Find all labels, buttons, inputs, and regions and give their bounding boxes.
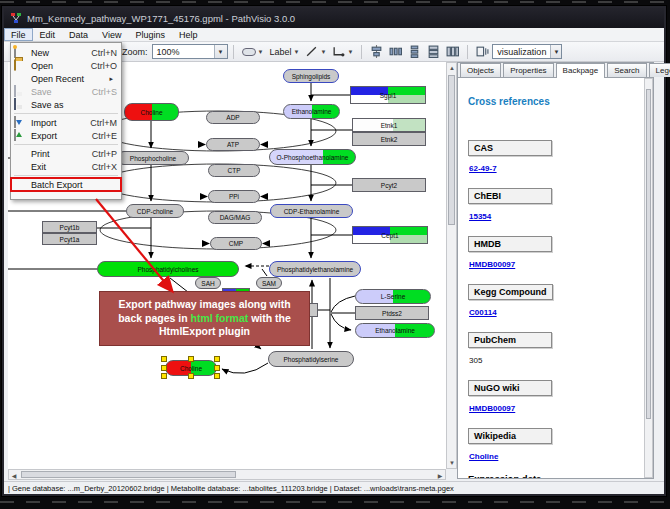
menu-item-label: Open [31, 61, 87, 71]
status-bar: | Gene database: ...m_Derby_20120602.bri… [4, 481, 664, 494]
crossref-link-hmdb00097[interactable]: HMDB00097 [469, 260, 644, 269]
pathway-node-pcyt1b[interactable]: Pcyt1b [42, 221, 97, 233]
selection-handle[interactable] [161, 365, 167, 371]
stack-vertical-button[interactable] [424, 44, 443, 59]
selection-handle[interactable] [188, 373, 194, 379]
menu-help[interactable]: Help [172, 28, 205, 41]
visualization-combobox[interactable]: visualization ▼ [492, 44, 562, 59]
selection-handle[interactable] [214, 365, 220, 371]
distribute-horizontal-button[interactable] [386, 44, 405, 59]
pathway-node-cdp-choline[interactable]: CDP-choline [126, 204, 184, 218]
pathway-node-ppi[interactable]: PPi [208, 190, 260, 203]
pathway-node-atp[interactable]: ATP [206, 138, 260, 151]
tab-search[interactable]: Search [607, 63, 646, 77]
chevron-down-icon[interactable]: ▼ [550, 45, 561, 58]
distribute-vertical-button[interactable] [405, 44, 424, 59]
canvas-vertical-scrollbar[interactable]: ▲ ▼ [446, 62, 457, 469]
panel-vertical-scrollbar[interactable] [644, 78, 653, 478]
selection-handle[interactable] [161, 356, 167, 362]
file-menu-item-save-as[interactable]: Save as [11, 98, 121, 111]
chevron-down-icon: ▼ [258, 49, 264, 55]
pathway-node-ethanolamine[interactable]: Ethanolamine [355, 323, 435, 338]
scrollbar-thumb[interactable] [646, 89, 651, 419]
visualization-options-button[interactable] [473, 44, 492, 59]
pathway-node-etnk2[interactable]: Etnk2 [352, 132, 426, 146]
crossref-link-62-49-7[interactable]: 62-49-7 [469, 164, 644, 173]
file-menu-item-exit[interactable]: ExitCtrl+X [11, 160, 121, 173]
crossref-value: 305 [469, 356, 644, 365]
file-menu-item-import[interactable]: ImportCtrl+M [11, 116, 121, 129]
menu-separator [14, 113, 118, 114]
pathway-node-adp[interactable]: ADP [206, 111, 260, 124]
tab-backpage[interactable]: Backpage [556, 63, 606, 78]
pathway-node-sam[interactable]: SAM [256, 277, 282, 289]
file-menu-item-new[interactable]: NewCtrl+N [11, 46, 121, 59]
pathway-node-phosphatidylethanolamine[interactable]: Phosphatidylethanolamine [269, 261, 361, 277]
tab-properties[interactable]: Properties [503, 63, 553, 77]
selection-handle[interactable] [214, 356, 220, 362]
file-menu-item-open-recent[interactable]: Open Recent▸ [11, 72, 121, 85]
export-icon [14, 130, 27, 142]
chevron-down-icon[interactable]: ▼ [214, 45, 227, 58]
pathway-node-dag-mag[interactable]: DAG/MAG [208, 211, 262, 224]
menu-data[interactable]: Data [62, 28, 95, 41]
menu-item-shortcut: Ctrl+X [92, 162, 117, 172]
scroll-down-icon[interactable]: ▼ [447, 458, 457, 468]
scrollbar-thumb[interactable] [21, 471, 236, 478]
align-center-button[interactable] [367, 44, 386, 59]
pathway-node-sphingolipids[interactable]: Sphingolipids [283, 69, 339, 83]
pathway-node-o-phosphoethanolamine[interactable]: O-Phosphoethanolamine [269, 149, 356, 165]
title-bar[interactable]: Mm_Kennedy_pathway_WP1771_45176.gpml - P… [4, 8, 664, 28]
pathway-node-sah[interactable]: SAH [195, 277, 221, 289]
pathway-node-l-serine[interactable]: L-Serine [355, 289, 431, 304]
scrollbar-thumb[interactable] [448, 75, 455, 225]
save-as-icon [14, 99, 27, 111]
crossref-link-c00114[interactable]: C00114 [469, 308, 644, 317]
menu-plugins[interactable]: Plugins [128, 28, 172, 41]
file-menu-item-export[interactable]: ExportCtrl+E [11, 129, 121, 142]
selection-handle[interactable] [188, 356, 194, 362]
tab-objects[interactable]: Objects [460, 63, 501, 77]
scroll-right-icon[interactable]: ▶ [435, 470, 445, 480]
pathway-node-phosphatidylcholines[interactable]: Phosphatidylcholines [97, 261, 239, 277]
selection-handle[interactable] [161, 373, 167, 379]
pathway-node-cdp-ethanolamine[interactable]: CDP-Ethanolamine [270, 204, 353, 218]
visualization-icon [476, 45, 489, 58]
crossref-link-hmdb00097[interactable]: HMDB00097 [469, 404, 644, 413]
crossref-link-15354[interactable]: 15354 [469, 212, 644, 221]
selection-handle[interactable] [214, 373, 220, 379]
backpage-section-nugo-wiki: NuGO wikiHMDB00097 [468, 377, 644, 413]
pathway-node-etnk1[interactable]: Etnk1 [352, 118, 426, 132]
pathway-node-pcyt1a[interactable]: Pcyt1a [42, 233, 97, 245]
file-menu-item-print[interactable]: PrintCtrl+P [11, 147, 121, 160]
pathway-node-ctp[interactable]: CTP [208, 164, 260, 177]
file-menu-item-batch-export[interactable]: Batch Export [11, 178, 121, 191]
menu-view[interactable]: View [95, 28, 128, 41]
pathway-node-ethanolamine[interactable]: Ethanolamine [283, 104, 340, 119]
pathway-node-pcyt2[interactable]: Pcyt2 [352, 178, 426, 192]
pathway-node-ptdss2[interactable]: Ptdss2 [355, 306, 429, 320]
label-tool-button[interactable]: Label ▼ [266, 46, 302, 58]
pathway-node-sgpl1[interactable]: Sgpl1 [350, 86, 426, 104]
stack-horizontal-button[interactable] [443, 44, 462, 59]
section-header: HMDB [468, 236, 552, 252]
crossref-link-choline[interactable]: Choline [469, 452, 644, 461]
pathway-node-cept1[interactable]: Cept1 [352, 226, 428, 244]
expression-data-heading: Expression data [468, 473, 644, 478]
scroll-up-icon[interactable]: ▲ [447, 63, 457, 73]
menu-edit[interactable]: Edit [33, 28, 63, 41]
tab-legend[interactable]: Legend [649, 63, 670, 77]
line-tool-button[interactable]: ▼ [302, 44, 329, 59]
pathway-node-phosphocholine[interactable]: Phosphocholine [117, 151, 189, 165]
pathway-node-choline[interactable]: Choline [124, 103, 179, 121]
pathway-node-phosphatidylserine[interactable]: Phosphatidylserine [268, 351, 354, 367]
file-menu-item-open[interactable]: OpenCtrl+O [11, 59, 121, 72]
file-menu-item-save[interactable]: SaveCtrl+S [11, 85, 121, 98]
scroll-left-icon[interactable]: ◀ [9, 470, 19, 480]
pathway-node-cmp[interactable]: CMP [210, 237, 262, 250]
canvas-horizontal-scrollbar[interactable]: ◀ ▶ [8, 469, 446, 480]
menu-file[interactable]: File [4, 28, 33, 41]
zoom-combobox[interactable]: 100% ▼ [152, 44, 228, 59]
connector-tool-button[interactable]: ▼ [329, 44, 356, 59]
datanode-template-button[interactable]: ▼ [239, 47, 267, 57]
